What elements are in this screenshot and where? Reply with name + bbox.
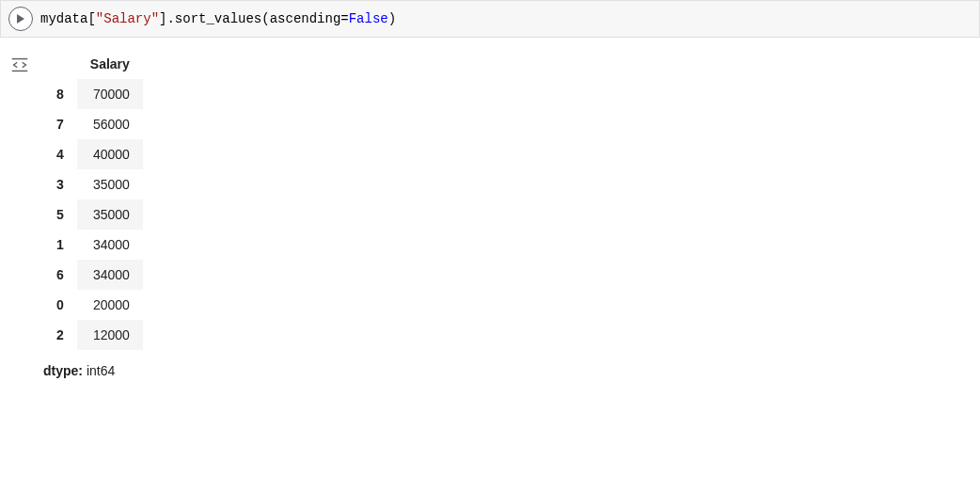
code-token-variable: mydata <box>40 11 87 26</box>
row-index: 6 <box>43 260 77 290</box>
code-token-dot: . <box>166 11 174 26</box>
table-row: 870000 <box>43 79 143 109</box>
row-index: 1 <box>43 230 77 260</box>
code-token-bracket: [ <box>87 11 95 26</box>
row-value: 70000 <box>77 79 143 109</box>
output-body: Salary 870000 756000 440000 335000 53500… <box>40 49 143 378</box>
code-token-method: sort_values <box>175 11 261 26</box>
table-row: 212000 <box>43 320 143 350</box>
table-row: 020000 <box>43 290 143 320</box>
row-value: 56000 <box>77 109 143 139</box>
dtype-line: dtype: int64 <box>43 363 143 378</box>
run-button[interactable] <box>8 7 33 31</box>
row-value: 34000 <box>77 260 143 290</box>
table-row: 440000 <box>43 139 143 169</box>
table-row: 134000 <box>43 230 143 260</box>
table-row: 335000 <box>43 169 143 199</box>
notebook-cell: mydata["Salary"].sort_values(ascending=F… <box>0 0 980 390</box>
code-cell[interactable]: mydata["Salary"].sort_values(ascending=F… <box>0 0 980 38</box>
row-index: 4 <box>43 139 77 169</box>
dataframe-table: Salary 870000 756000 440000 335000 53500… <box>43 49 143 350</box>
code-token-paren: ) <box>388 11 396 26</box>
row-index: 0 <box>43 290 77 320</box>
code-token-eq: = <box>340 11 348 26</box>
code-token-kwarg-value: False <box>349 11 388 26</box>
row-value: 40000 <box>77 139 143 169</box>
row-value: 35000 <box>77 169 143 199</box>
code-token-kwarg-name: ascending <box>270 11 341 26</box>
row-index: 8 <box>43 79 77 109</box>
code-input[interactable]: mydata["Salary"].sort_values(ascending=F… <box>40 11 396 26</box>
table-body: 870000 756000 440000 335000 535000 13400… <box>43 79 143 350</box>
row-value: 20000 <box>77 290 143 320</box>
dtype-label: dtype: <box>43 363 83 378</box>
row-index: 3 <box>43 169 77 199</box>
row-index: 7 <box>43 109 77 139</box>
code-token-string: "Salary" <box>96 11 159 26</box>
table-row: 756000 <box>43 109 143 139</box>
table-row: 535000 <box>43 199 143 230</box>
row-index: 5 <box>43 199 77 230</box>
row-value: 12000 <box>77 320 143 350</box>
code-token-paren: ( <box>261 11 269 26</box>
index-header <box>43 49 77 79</box>
row-value: 34000 <box>77 230 143 260</box>
play-icon <box>16 13 25 24</box>
row-index: 2 <box>43 320 77 350</box>
dtype-value: int64 <box>87 363 115 378</box>
output-collapse-button[interactable] <box>8 53 32 77</box>
output-area: Salary 870000 756000 440000 335000 53500… <box>0 38 980 390</box>
output-toggle-icon <box>9 56 30 73</box>
table-row: 634000 <box>43 260 143 290</box>
row-value: 35000 <box>77 199 143 230</box>
column-header: Salary <box>77 49 143 79</box>
